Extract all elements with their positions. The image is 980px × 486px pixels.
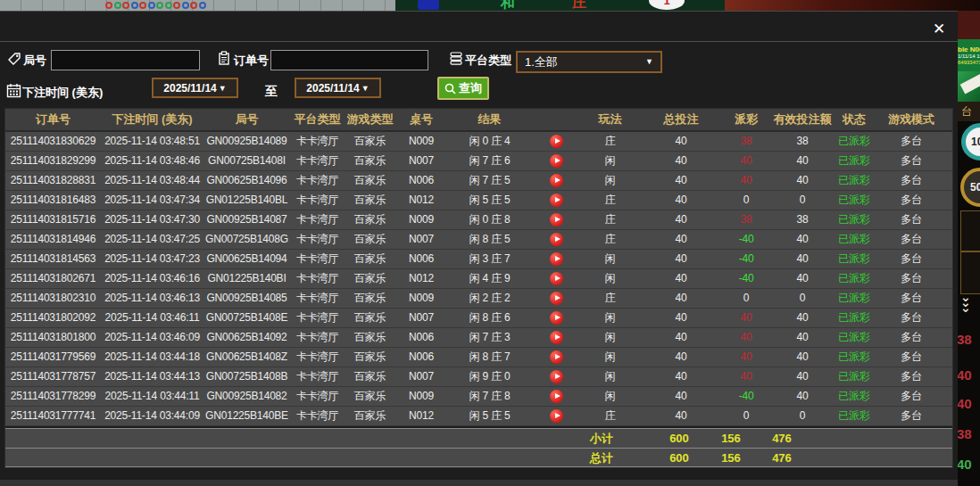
table-row: 2511140318018002025-11-14 03:46:09GN0062… [5, 328, 952, 348]
table-round-label: 64933471 [958, 60, 980, 66]
total-payout: 156 [704, 449, 758, 468]
column-header: 游戏类型 [345, 109, 395, 130]
order-id-input[interactable] [270, 50, 428, 70]
bead-blue [182, 2, 189, 9]
column-header: 下注时间 (美东) [101, 109, 203, 130]
bead-green [165, 2, 172, 9]
replay-icon[interactable] [550, 135, 563, 148]
bead-red [139, 2, 146, 9]
date-to-picker[interactable]: 2025/11/14 ▼ [295, 78, 381, 98]
cell-payout: 0 [723, 407, 769, 429]
chevron-down-icon: ▼ [645, 53, 653, 71]
column-header: 派彩 [723, 109, 769, 130]
replay-icon[interactable] [550, 272, 563, 285]
column-header: 结果 [447, 109, 532, 130]
replay-icon[interactable] [550, 154, 563, 168]
total-valid: 476 [755, 449, 809, 468]
replay-icon[interactable] [550, 194, 563, 207]
bead-blue [148, 2, 155, 9]
cell-replay [532, 407, 581, 429]
modal-bottom-strip [0, 480, 958, 486]
chip-100[interactable]: 100 [961, 123, 980, 161]
total-label: 总计 [577, 449, 627, 468]
cell-bet-time: 2025-11-14 03:44:09 [101, 407, 203, 429]
bead-red [173, 2, 180, 9]
replay-icon[interactable] [550, 292, 563, 305]
subtotal-bet: 600 [652, 429, 706, 449]
chevron-down-icon: ▼ [219, 84, 227, 93]
screen: 和 庄 1 ble N06 1/11/14 15:4 64933471 台 10… [0, 0, 980, 486]
background-odds-value: 38 [957, 332, 980, 347]
date-from-value: 2025/11/14 [163, 82, 216, 95]
background-game-right-strip: ble N06 1/11/14 15:4 64933471 台 100 50K … [958, 11, 980, 486]
background-odds-value: 38 [957, 426, 980, 441]
background-odds-value: 40 [957, 367, 980, 383]
bead-red [122, 2, 129, 9]
cell-table-no: N012 [395, 407, 447, 429]
round-id-label: 局号 [23, 53, 46, 69]
background-odds-value: 40 [957, 457, 980, 472]
table-row: 2511140318292992025-11-14 03:48:46GN0072… [5, 152, 952, 171]
query-button-label: 查询 [459, 80, 482, 96]
dealer-photo-edge [958, 11, 980, 39]
replay-icon[interactable] [550, 213, 563, 227]
cell-game-mode: 多台 [873, 407, 950, 429]
column-header: 订单号 [5, 109, 101, 130]
chip-50k[interactable]: 50K [960, 168, 980, 207]
column-header: 状态 [835, 109, 873, 130]
table-row: 2511140318164832025-11-14 03:47:34GN0122… [5, 191, 952, 210]
query-button[interactable]: 查询 [437, 77, 489, 100]
subtotal-row: 小计 600 156 476 [5, 428, 952, 448]
banker-label: 庄 [572, 0, 586, 11]
replay-icon[interactable] [550, 174, 563, 187]
date-from-picker[interactable]: 2025/11/14 ▼ [152, 78, 238, 98]
round-id-input[interactable] [51, 50, 200, 70]
table-row: 2511140318157162025-11-14 03:47:30GN0092… [5, 210, 952, 230]
bead-blue [131, 2, 138, 9]
cell-total-bet: 40 [639, 407, 723, 429]
table-row: 2511140317782992025-11-14 03:44:11GN0092… [5, 387, 952, 407]
replay-icon[interactable] [550, 331, 563, 344]
bead-green [156, 2, 163, 9]
close-icon[interactable]: ✕ [928, 19, 950, 40]
cell-order-id: 251114031777741 [5, 407, 101, 429]
scoreboard-strip: 和 庄 1 [395, 0, 725, 11]
card-thumbnail [958, 71, 980, 102]
cell-result: 闲 5 庄 5 [447, 407, 532, 429]
column-header [532, 109, 581, 130]
replay-icon[interactable] [550, 350, 563, 364]
table-row: 2511140318288312025-11-14 03:48:44GN0062… [5, 171, 952, 191]
table-row: 2511140317787572025-11-14 03:44:13GN0072… [5, 367, 952, 387]
platform-glyph: 台 [958, 105, 972, 118]
column-header: 平台类型 [290, 109, 345, 130]
table-name-label: ble N06 [958, 45, 980, 54]
replay-icon[interactable] [550, 233, 563, 246]
cell-round-id: GN01225B140BE [203, 407, 290, 429]
column-header: 桌号 [395, 109, 447, 130]
bet-history-modal: ✕ 局号 订单号 平台类型 1.全部 ▼ 下注时间 (美东) 2025/11/1… [0, 11, 958, 486]
calendar-icon [6, 83, 21, 98]
table-header-row: 订单号下注时间 (美东)局号平台类型游戏类型桌号结果玩法总投注派彩有效投注额状态… [5, 109, 952, 132]
bead-red [190, 2, 197, 9]
background-game-top-strip: 和 庄 1 [0, 0, 980, 11]
bead-road-strip [0, 0, 395, 11]
cell-play-type: 庄 [581, 407, 639, 429]
replay-icon[interactable] [550, 370, 563, 383]
table-row: 2511140317777412025-11-14 03:44:09GN0122… [5, 407, 952, 426]
replay-icon[interactable] [550, 409, 563, 423]
table-row: 2511140318306292025-11-14 03:48:51GN0092… [5, 132, 952, 152]
tag-icon [7, 52, 21, 66]
column-header: 局号 [203, 109, 290, 130]
replay-icon[interactable] [550, 311, 563, 325]
platform-type-select[interactable]: 1.全部 ▼ [516, 51, 662, 73]
total-bet: 600 [652, 449, 706, 468]
table-row: 2511140318023102025-11-14 03:46:13GN0092… [5, 289, 952, 309]
title-divider [0, 41, 958, 42]
platform-bar: 台 [958, 102, 980, 121]
bead-red [105, 2, 112, 9]
replay-icon[interactable] [550, 390, 563, 403]
subtotal-payout: 156 [704, 429, 758, 449]
background-odds-value: 40 [957, 396, 980, 411]
replay-icon[interactable] [550, 252, 563, 266]
column-header: 游戏模式 [873, 109, 950, 130]
